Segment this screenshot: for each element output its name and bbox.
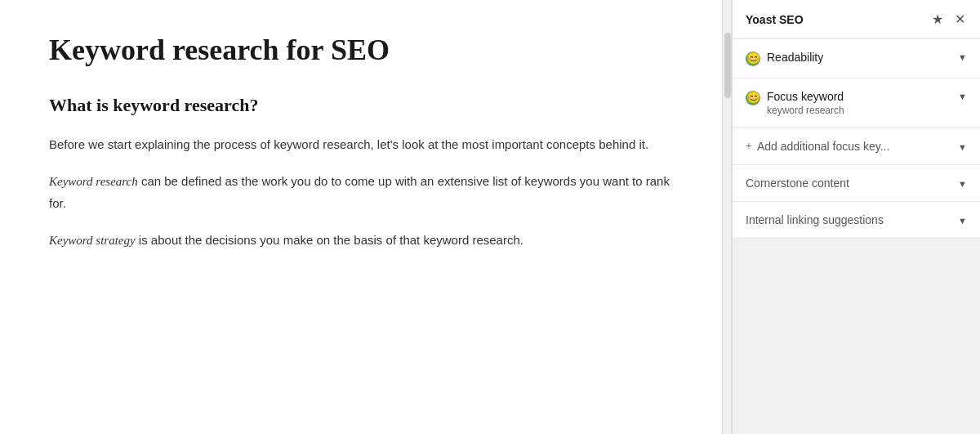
paragraph-2: Keyword research can be defined as the w… <box>49 171 673 213</box>
main-content: Keyword research for SEO What is keyword… <box>0 0 722 434</box>
close-button[interactable]: ✕ <box>953 10 967 29</box>
focus-keyword-text: Focus keyword keyword research <box>767 90 844 116</box>
article-subtitle: What is keyword research? <box>49 94 673 118</box>
scrollbar[interactable] <box>722 0 732 434</box>
scrollbar-thumb[interactable] <box>724 33 731 98</box>
sidebar-item-focus-keyword-left: Focus keyword keyword research <box>746 90 844 116</box>
focus-keyword-smiley-icon <box>746 91 760 105</box>
sidebar-item-readability-left: Readability <box>746 51 823 66</box>
internal-linking-arrow: ▼ <box>958 216 967 226</box>
paragraph-2-text: can be defined as the work you do to com… <box>49 174 670 210</box>
readability-text: Readability <box>767 51 823 64</box>
internal-linking-label: Internal linking suggestions <box>746 213 884 226</box>
sidebar-title: Yoast SEO <box>746 13 804 26</box>
readability-label: Readability <box>767 51 823 64</box>
add-focus-key-left: + Add additional focus key... <box>746 140 889 153</box>
star-button[interactable]: ★ <box>930 10 945 29</box>
sidebar-bottom <box>733 237 980 435</box>
sidebar-item-focus-keyword[interactable]: Focus keyword keyword research ▼ <box>733 78 980 128</box>
sidebar-item-readability[interactable]: Readability ▼ <box>733 39 980 78</box>
star-icon: ★ <box>932 11 943 27</box>
paragraph-3-text: is about the decisions you make on the b… <box>136 233 523 247</box>
paragraph-3: Keyword strategy is about the decisions … <box>49 230 673 252</box>
sidebar-header: Yoast SEO ★ ✕ <box>733 0 980 39</box>
add-focus-key-label: Add additional focus key... <box>757 140 889 153</box>
paragraph-2-italic: Keyword research <box>49 175 138 188</box>
focus-keyword-sublabel: keyword research <box>767 105 844 116</box>
cornerstone-label: Cornerstone content <box>746 177 849 190</box>
add-focus-key-arrow: ▼ <box>958 142 967 152</box>
sidebar-header-icons: ★ ✕ <box>930 10 967 29</box>
paragraph-1: Before we start explaining the process o… <box>49 134 673 155</box>
sidebar-item-internal-linking[interactable]: Internal linking suggestions ▼ <box>733 202 980 237</box>
plus-icon: + <box>746 140 752 153</box>
paragraph-3-italic: Keyword strategy <box>49 234 136 247</box>
focus-keyword-label: Focus keyword <box>767 90 844 103</box>
article-title: Keyword research for SEO <box>49 33 673 68</box>
readability-smiley-icon <box>746 51 760 66</box>
close-icon: ✕ <box>955 11 965 27</box>
sidebar-item-add-focus-key[interactable]: + Add additional focus key... ▼ <box>733 128 980 165</box>
sidebar-panel: Yoast SEO ★ ✕ Readability ▼ <box>732 0 980 434</box>
sidebar-items: Readability ▼ Focus keyword keyword rese… <box>733 39 980 237</box>
sidebar-item-cornerstone[interactable]: Cornerstone content ▼ <box>733 165 980 202</box>
cornerstone-arrow: ▼ <box>958 179 967 189</box>
readability-arrow: ▼ <box>958 52 967 62</box>
focus-keyword-arrow: ▼ <box>958 92 967 101</box>
